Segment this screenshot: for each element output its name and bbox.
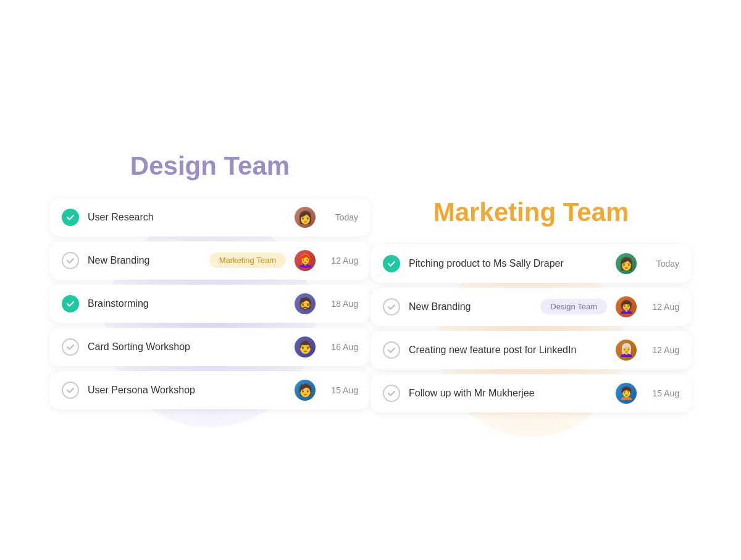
task-tag: Design Team <box>540 299 607 314</box>
check-icon[interactable] <box>383 341 400 359</box>
task-date: 18 Aug <box>324 299 358 309</box>
task-date: 12 Aug <box>645 345 679 355</box>
avatar <box>616 253 637 274</box>
task-name: User Persona Workshop <box>88 385 286 396</box>
marketing-task-list: Pitching product to Ms Sally Draper Toda… <box>371 244 692 412</box>
task-date: 16 Aug <box>324 342 358 352</box>
task-name: Follow up with Mr Mukherjee <box>409 388 607 399</box>
check-icon[interactable] <box>62 209 79 226</box>
task-name: User Research <box>88 212 286 223</box>
task-date: 15 Aug <box>645 388 679 398</box>
task-date: 12 Aug <box>324 256 358 265</box>
avatar <box>295 207 316 228</box>
task-item[interactable]: Card Sorting Workshop 16 Aug <box>49 328 371 366</box>
task-tag: Marketing Team <box>209 253 286 268</box>
task-name: Pitching product to Ms Sally Draper <box>409 258 607 269</box>
task-name: Creating new feature post for LinkedIn <box>409 345 607 356</box>
task-date: 12 Aug <box>645 302 679 312</box>
check-icon[interactable] <box>62 252 79 269</box>
avatar <box>295 293 316 314</box>
marketing-team-panel: Marketing Team Pitching product to Ms Sa… <box>371 198 692 412</box>
avatar <box>616 340 637 361</box>
task-item[interactable]: Follow up with Mr Mukherjee 15 Aug <box>371 374 692 412</box>
task-date: 15 Aug <box>324 385 358 395</box>
task-item[interactable]: New Branding Design Team 12 Aug <box>371 288 692 326</box>
page-container: Design Team User Research Today New Bran… <box>0 0 741 560</box>
design-team-panel: Design Team User Research Today New Bran… <box>49 151 371 409</box>
task-date: Today <box>645 259 679 269</box>
check-icon[interactable] <box>62 338 79 356</box>
avatar <box>616 383 637 404</box>
task-date: Today <box>324 212 358 222</box>
avatar <box>295 380 316 401</box>
task-item[interactable]: Brainstorming 18 Aug <box>49 285 371 323</box>
task-item[interactable]: User Persona Workshop 15 Aug <box>49 371 371 409</box>
task-name: New Branding <box>88 255 201 266</box>
avatar <box>616 296 637 317</box>
task-item[interactable]: User Research Today <box>49 198 371 236</box>
task-name: Card Sorting Workshop <box>88 341 286 353</box>
task-name: New Branding <box>409 301 532 312</box>
check-icon[interactable] <box>383 385 400 402</box>
design-task-list: User Research Today New Branding Marketi… <box>49 198 371 409</box>
marketing-team-title: Marketing Team <box>433 198 629 227</box>
task-item[interactable]: Creating new feature post for LinkedIn 1… <box>371 331 692 369</box>
check-icon[interactable] <box>383 298 400 316</box>
check-icon[interactable] <box>62 295 79 312</box>
avatar <box>295 336 316 357</box>
avatar <box>295 250 316 271</box>
check-icon[interactable] <box>383 255 400 272</box>
design-team-title: Design Team <box>130 151 290 181</box>
check-icon[interactable] <box>62 382 79 399</box>
task-name: Brainstorming <box>88 298 286 309</box>
task-item[interactable]: New Branding Marketing Team 12 Aug <box>49 241 371 280</box>
task-item[interactable]: Pitching product to Ms Sally Draper Toda… <box>371 244 692 283</box>
